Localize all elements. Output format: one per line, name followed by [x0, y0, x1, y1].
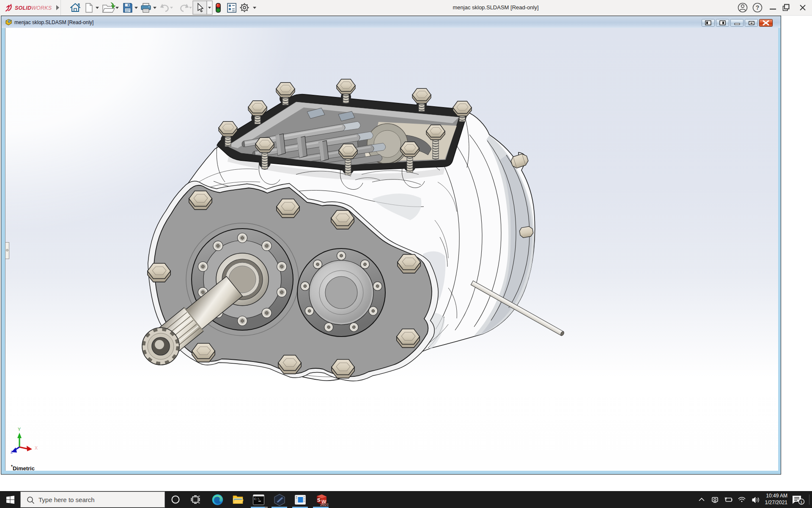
svg-text:C:\: C:\ [254, 497, 260, 501]
svg-text:1: 1 [800, 500, 802, 504]
svg-text:2021: 2021 [320, 502, 328, 506]
svg-text:Y: Y [18, 427, 21, 432]
svg-text:X: X [35, 445, 38, 450]
svg-text:Z: Z [11, 450, 13, 454]
